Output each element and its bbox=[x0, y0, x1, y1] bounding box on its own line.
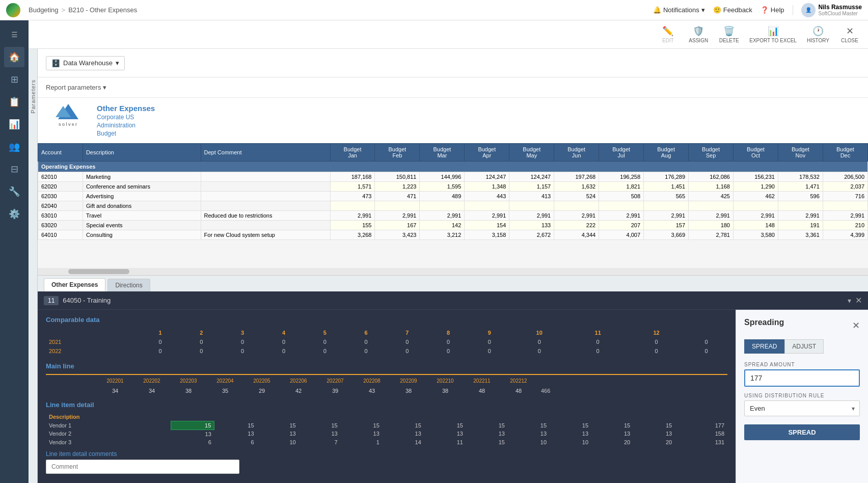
col-comment: Dept Comment bbox=[201, 144, 330, 162]
budget-table: Account Description Dept Comment BudgetJ… bbox=[38, 143, 868, 240]
close-button[interactable]: ✕ CLOSE bbox=[839, 25, 860, 43]
close-icon: ✕ bbox=[846, 25, 854, 37]
row-number: 11 bbox=[44, 296, 59, 305]
li-col-v12 bbox=[633, 413, 675, 421]
table-row[interactable]: 62030Advertising473471489443413524508565… bbox=[38, 192, 868, 201]
nav-divider bbox=[793, 5, 793, 15]
dist-rule-label: USING DISTRIBUTION RULE bbox=[744, 393, 860, 398]
comment-input[interactable] bbox=[46, 460, 239, 474]
bottom-panel: 11 64050 - Training ▾ ✕ Comparable data … bbox=[38, 291, 868, 483]
user-name: Nils Rasmusse bbox=[819, 4, 862, 11]
report-params-label: Report parameters bbox=[46, 84, 101, 91]
spreading-tabs: SPREAD ADJUST bbox=[744, 339, 860, 354]
table-row[interactable]: 63010TravelReduced due to restrictions2,… bbox=[38, 211, 868, 221]
report-params-button[interactable]: Report parameters ▾ bbox=[46, 84, 106, 91]
notifications-btn[interactable]: 🔔 Notifications ▾ bbox=[653, 6, 705, 14]
comp-col-10: 10 bbox=[510, 329, 568, 337]
select-chevron-icon: ▾ bbox=[852, 405, 855, 412]
data-table-wrapper[interactable]: Account Description Dept Comment BudgetJ… bbox=[38, 143, 868, 240]
comparable-row: 20220000000000000 bbox=[47, 347, 726, 355]
solver-text: solver bbox=[59, 122, 78, 127]
table-row[interactable]: 64010ConsultingFor new Cloud system setu… bbox=[38, 230, 868, 240]
history-button[interactable]: 🕐 HISTORY bbox=[807, 25, 829, 43]
hscroll-thumb[interactable] bbox=[68, 269, 129, 274]
export-button[interactable]: 📊 EXPORT TO EXCEL bbox=[749, 25, 797, 43]
main-line-headers: 2022012022022022032022042022052022062022… bbox=[46, 377, 727, 385]
li-col-v7 bbox=[424, 413, 466, 421]
spread-amount-input[interactable] bbox=[744, 369, 860, 387]
report-params-chevron: ▾ bbox=[103, 84, 106, 91]
smiley-icon: 🙂 bbox=[713, 6, 721, 14]
assign-button[interactable]: 🛡️ ASSIGN bbox=[688, 25, 709, 43]
sidebar-grid[interactable]: ⊞ bbox=[4, 69, 24, 90]
sidebar-toggle[interactable]: ☰ bbox=[4, 24, 24, 45]
app-logo bbox=[6, 3, 20, 17]
spreading-title: Spreading bbox=[744, 318, 784, 327]
adjust-tab[interactable]: ADJUST bbox=[784, 339, 824, 354]
spreading-close-icon[interactable]: ✕ bbox=[852, 320, 860, 331]
col-feb: BudgetFeb bbox=[375, 144, 420, 162]
breadcrumb: Budgeting > B210 - Other Expenses bbox=[29, 6, 137, 14]
comp-col-1: 1 bbox=[140, 329, 180, 337]
feedback-btn[interactable]: 🙂 Feedback bbox=[713, 6, 752, 14]
report-subtitle2: Administration bbox=[97, 122, 155, 129]
sidebar-tools[interactable]: 🔧 bbox=[4, 181, 24, 202]
col-jun: BudgetJun bbox=[554, 144, 599, 162]
comp-col-2: 2 bbox=[181, 329, 222, 337]
horizontal-scrollbar[interactable] bbox=[38, 268, 868, 275]
delete-button[interactable]: 🗑️ DELETE bbox=[719, 25, 739, 43]
table-row[interactable]: 62020Conference and seminars1,5711,2231,… bbox=[38, 182, 868, 192]
spread-amount-label: SPREAD AMOUNT bbox=[744, 362, 860, 367]
spread-button[interactable]: SPREAD bbox=[744, 424, 860, 440]
li-col-v5 bbox=[341, 413, 383, 421]
main-line-separator bbox=[46, 374, 727, 375]
breadcrumb-page[interactable]: B210 - Other Expenses bbox=[68, 6, 137, 14]
col-mar: BudgetMar bbox=[420, 144, 465, 162]
section-header-cell: Operating Expenses bbox=[38, 162, 868, 172]
dist-rule-select[interactable]: Even Weighted Manual bbox=[744, 400, 860, 416]
data-warehouse-button[interactable]: 🗄️ Data Warehouse ▾ bbox=[46, 56, 125, 70]
help-icon: ❓ bbox=[761, 6, 769, 14]
tab-other-expenses[interactable]: Other Expenses bbox=[44, 278, 105, 291]
user-avatar: 👤 bbox=[801, 3, 816, 17]
spreading-panel: Spreading ✕ SPREAD ADJUST SPREAD AMOUNT … bbox=[736, 310, 868, 483]
line-item-title: Line item detail bbox=[46, 401, 727, 409]
solver-logo: solver bbox=[48, 104, 89, 127]
comp-col-6: 6 bbox=[346, 329, 386, 337]
table-row[interactable]: 62010Marketing187,168150,811144,996124,2… bbox=[38, 172, 868, 182]
help-btn[interactable]: ❓ Help bbox=[761, 6, 784, 14]
report-title: Other Expenses bbox=[97, 104, 155, 113]
edit-button[interactable]: ✏️ EDIT bbox=[658, 25, 678, 43]
sidebar-users[interactable]: 👥 bbox=[4, 137, 24, 157]
col-apr: BudgetApr bbox=[465, 144, 509, 162]
col-may: BudgetMay bbox=[509, 144, 554, 162]
sidebar-settings[interactable]: ⚙️ bbox=[4, 204, 24, 224]
spreadsheet-area: solver Other Expenses Corporate US Admin… bbox=[38, 98, 868, 291]
bottom-close-icon[interactable]: ✕ bbox=[855, 296, 862, 305]
li-col-v11 bbox=[591, 413, 633, 421]
sidebar-blocks[interactable]: ⊟ bbox=[4, 159, 24, 179]
breadcrumb-budgeting[interactable]: Budgeting bbox=[29, 6, 59, 14]
bottom-left-panel: Comparable data 1 2 3 4 5 6 7 8 bbox=[38, 310, 736, 483]
list-item[interactable]: Vendor 1151515151515151515151515177 bbox=[46, 421, 727, 430]
spread-tab[interactable]: SPREAD bbox=[744, 339, 784, 354]
sidebar-home[interactable]: 🏠 bbox=[4, 47, 24, 67]
table-row[interactable]: 62040Gift and donations bbox=[38, 201, 868, 211]
user-info[interactable]: 👤 Nils Rasmusse SoftCloud Master bbox=[801, 3, 862, 17]
report-subtitle1: Corporate US bbox=[97, 114, 155, 121]
col-jul: BudgetJul bbox=[599, 144, 644, 162]
bottom-chevron-icon[interactable]: ▾ bbox=[848, 297, 851, 305]
table-row[interactable]: 63020Special events155167142154133222207… bbox=[38, 221, 868, 230]
col-jan: BudgetJan bbox=[330, 144, 375, 162]
list-item[interactable]: Vendor 2131313131313131313131313158 bbox=[46, 430, 727, 438]
col-nov: BudgetNov bbox=[778, 144, 823, 162]
history-icon: 🕐 bbox=[812, 25, 824, 37]
left-sidebar: ☰ 🏠 ⊞ 📋 📊 👥 ⊟ 🔧 ⚙️ bbox=[0, 20, 29, 483]
sidebar-chart[interactable]: 📊 bbox=[4, 114, 24, 135]
sidebar-clipboard[interactable]: 📋 bbox=[4, 92, 24, 112]
list-item[interactable]: Vendor 366107114111510102020131 bbox=[46, 438, 727, 446]
bottom-content: Comparable data 1 2 3 4 5 6 7 8 bbox=[38, 310, 868, 483]
row-label: 64050 - Training bbox=[63, 297, 844, 304]
comparable-title: Comparable data bbox=[46, 316, 727, 324]
tab-directions[interactable]: Directions bbox=[107, 279, 150, 291]
